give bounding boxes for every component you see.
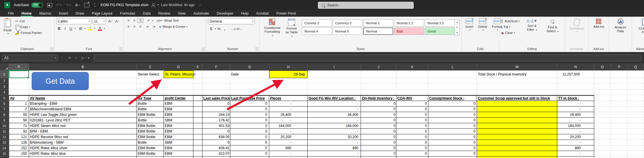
cell-E5[interactable] bbox=[193, 95, 202, 101]
increase-font-button[interactable]: A˄ bbox=[107, 18, 113, 24]
cell-C11[interactable]: EBM Bottle bbox=[137, 129, 164, 134]
tab-help[interactable]: Help bbox=[237, 10, 252, 17]
tab-formulas[interactable]: Formulas bbox=[116, 10, 139, 17]
clear-button[interactable]: ◆Clear▾ bbox=[501, 30, 520, 36]
cell-F4[interactable] bbox=[202, 90, 230, 95]
cell-Q5[interactable] bbox=[628, 95, 644, 101]
cell-N15[interactable]: - bbox=[557, 151, 594, 157]
cell-Q4[interactable] bbox=[628, 90, 644, 95]
cell-C14[interactable]: EBM Bottle bbox=[137, 145, 164, 151]
cell-P5[interactable] bbox=[611, 95, 628, 101]
cell-N8[interactable]: 26,400 bbox=[557, 112, 594, 118]
cell-N16[interactable] bbox=[557, 157, 594, 158]
cell-Q1[interactable] bbox=[628, 71, 644, 78]
cell-style-normal-2[interactable]: Normal 2 bbox=[363, 19, 393, 27]
cell-F15[interactable]: 422.07 bbox=[202, 151, 230, 157]
row-header-1[interactable]: 1 bbox=[0, 71, 9, 78]
cell-Q14[interactable] bbox=[628, 145, 644, 151]
cell-J5[interactable]: On-Hold Inventory : bbox=[361, 95, 396, 101]
cell-style-currency-2[interactable]: Currency 2 bbox=[333, 19, 362, 27]
cell-F13[interactable]: 0 bbox=[202, 140, 230, 145]
cell-I15[interactable]: - bbox=[308, 151, 361, 157]
cell-P14[interactable] bbox=[611, 145, 628, 151]
cell-F7[interactable]: 0 bbox=[202, 107, 230, 112]
cell-C8[interactable]: EBM Bottle bbox=[137, 112, 164, 118]
cell-P9[interactable] bbox=[611, 118, 628, 123]
cell-C10[interactable]: EBM Bottle bbox=[137, 123, 164, 129]
cell-E2[interactable] bbox=[193, 78, 202, 84]
row-header-12[interactable]: 12 bbox=[0, 134, 9, 140]
cell-A15[interactable]: 155 bbox=[9, 151, 29, 157]
cell-E12[interactable] bbox=[193, 134, 202, 140]
cell-A2[interactable] bbox=[9, 78, 29, 84]
name-box[interactable]: A1▾ bbox=[2, 55, 58, 61]
insert-function-button[interactable]: fx bbox=[81, 56, 84, 60]
cell-P2[interactable] bbox=[611, 78, 628, 84]
cell-L14[interactable]: 0 bbox=[428, 145, 477, 151]
undo-button[interactable]: ↶▾ bbox=[56, 3, 62, 7]
tab-view[interactable]: View bbox=[174, 10, 190, 17]
row-header-11[interactable]: 11 bbox=[0, 129, 9, 134]
cell-K5[interactable]: COA-INV bbox=[396, 95, 428, 101]
cell-N13[interactable]: - bbox=[557, 140, 594, 145]
delete-cells-button[interactable]: ✕ Delete▾ bbox=[476, 18, 489, 47]
cell-Q7[interactable] bbox=[628, 107, 644, 112]
sensitivity-button[interactable]: Sensitivity▾ bbox=[568, 18, 586, 47]
cell-H14[interactable]: 880 bbox=[269, 145, 308, 151]
cell-A8[interactable]: 55 bbox=[9, 112, 29, 118]
save-button[interactable] bbox=[47, 3, 52, 7]
number-format-select[interactable]: General▾ bbox=[208, 18, 255, 24]
cell-P4[interactable] bbox=[611, 90, 628, 95]
cell-G7[interactable]: 0 bbox=[230, 107, 269, 112]
cell-style-normal-5[interactable]: Normal 5 bbox=[333, 28, 362, 35]
cell-C4[interactable] bbox=[137, 90, 164, 95]
decrease-font-button[interactable]: A˅ bbox=[114, 18, 120, 24]
row-header-15[interactable]: 15 bbox=[0, 151, 9, 157]
cell-B16[interactable] bbox=[29, 157, 137, 158]
cell-B14[interactable]: HDPE Ridex 48oz silver bbox=[29, 145, 137, 151]
cell-M1[interactable]: Total Stock / Physical Invenotry bbox=[477, 71, 557, 78]
column-header-H[interactable]: H bbox=[269, 63, 308, 71]
format-painter-button[interactable]: Format Painter bbox=[15, 30, 42, 36]
row-header-4[interactable]: 4 bbox=[0, 90, 9, 95]
cell-N9[interactable]: - bbox=[557, 118, 594, 123]
find-select-button[interactable]: Find & Select ▾ bbox=[542, 18, 563, 47]
cell-N6[interactable]: - bbox=[557, 101, 594, 107]
cell-M12[interactable] bbox=[477, 134, 557, 140]
cell-G6[interactable]: 0 bbox=[230, 101, 269, 107]
cell-K13[interactable]: 0 bbox=[396, 140, 428, 145]
cell-D11[interactable]: EBM bbox=[164, 129, 193, 134]
cell-M10[interactable] bbox=[477, 123, 557, 129]
cell-style-normal-2-2[interactable]: Normal 2 2 bbox=[394, 19, 424, 27]
column-header-K[interactable]: K bbox=[396, 63, 428, 71]
cell-H5[interactable]: Pieces bbox=[269, 95, 308, 101]
cell-J7[interactable]: 0 bbox=[361, 107, 396, 112]
tab-insert[interactable]: Insert bbox=[55, 10, 72, 17]
font-name-select[interactable]: Calibri▾ bbox=[56, 18, 91, 24]
cell-O9[interactable] bbox=[594, 118, 611, 123]
cell-E14[interactable] bbox=[193, 145, 202, 151]
cell-I11[interactable]: - bbox=[308, 129, 361, 134]
cell-L3[interactable] bbox=[428, 84, 477, 90]
cell-C15[interactable]: EBM Bottle bbox=[137, 151, 164, 157]
cell-D9[interactable]: SBM bbox=[164, 118, 193, 123]
cell-B12[interactable]: HDPE Resolve 96oz red bbox=[29, 134, 137, 140]
excel-app-icon[interactable]: X bbox=[4, 2, 10, 8]
cell-G2[interactable] bbox=[230, 78, 269, 84]
font-dialog-launcher[interactable]: ↘ bbox=[119, 47, 122, 51]
fill-color-button[interactable]: ◊ bbox=[87, 25, 93, 32]
cell-N14[interactable]: 880 bbox=[557, 145, 594, 151]
cell-J2[interactable] bbox=[361, 78, 396, 84]
cell-N4[interactable] bbox=[557, 90, 594, 95]
cell-I6[interactable]: - bbox=[308, 101, 361, 107]
tab-developer[interactable]: Developer bbox=[213, 10, 237, 17]
cell-H6[interactable]: - bbox=[269, 101, 308, 107]
cell-J3[interactable] bbox=[361, 84, 396, 90]
accounting-format-button[interactable]: $ bbox=[208, 26, 214, 32]
cell-K6[interactable]: 0 bbox=[396, 101, 428, 107]
cell-O6[interactable] bbox=[594, 101, 611, 107]
cell-H1[interactable]: 29-Sep bbox=[269, 71, 308, 78]
cell-N1[interactable]: 11,257,505 bbox=[557, 71, 594, 78]
cell-M15[interactable] bbox=[477, 151, 557, 157]
cell-M8[interactable] bbox=[477, 112, 557, 118]
